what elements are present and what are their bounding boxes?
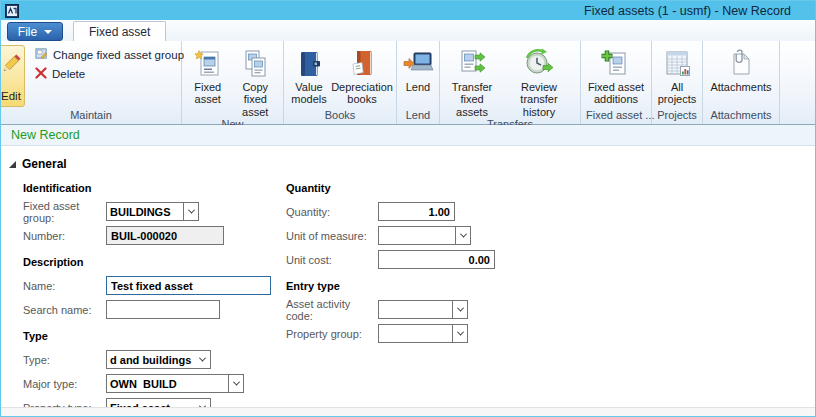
edit-button-label: Edit — [1, 90, 21, 103]
value-models-button[interactable]: Value models — [287, 44, 331, 106]
chevron-down-icon[interactable] — [183, 203, 198, 220]
group-label-maintain: Maintain — [1, 109, 181, 124]
lend-button[interactable]: Lend — [400, 44, 436, 93]
fixed-asset-additions-button[interactable]: Fixed asset additions — [585, 44, 647, 106]
change-group-label: Change fixed asset group — [53, 49, 184, 61]
transfer-fixed-assets-button[interactable]: Transfer fixed assets — [443, 44, 501, 118]
identification-title: Identification — [23, 182, 286, 194]
new-fixed-asset-icon — [192, 46, 224, 81]
file-menu-button[interactable]: File — [7, 22, 63, 41]
ribbon-group-maintain: Edit Change fixed asset group Delete — [1, 41, 182, 124]
chevron-down-icon[interactable] — [452, 325, 467, 342]
chevron-down-icon[interactable] — [195, 351, 210, 368]
section-expand-icon[interactable] — [9, 161, 16, 168]
quantity-group: Quantity Quantity: Unit of measure: Unit — [286, 182, 495, 269]
tab-label: Fixed asset — [89, 25, 150, 39]
quantity-field[interactable] — [378, 202, 455, 221]
field-unit-cost: Unit cost: — [286, 250, 495, 269]
copy-fixed-asset-button[interactable]: Copy fixed asset — [231, 44, 280, 118]
history-clock-icon — [523, 46, 555, 81]
edit-button[interactable]: Edit — [0, 45, 25, 107]
window-title: Fixed assets (1 - usmf) - New Record — [584, 4, 791, 18]
tab-fixed-asset[interactable]: Fixed asset — [73, 21, 166, 41]
laptop-lend-icon — [402, 46, 434, 81]
app-window: Fixed assets (1 - usmf) - New Record Fil… — [0, 0, 816, 417]
review-transfer-history-label: Review transfer history — [503, 81, 575, 118]
change-fixed-asset-group-button[interactable]: Change fixed asset group — [33, 46, 186, 63]
all-projects-button[interactable]: All projects — [655, 44, 699, 106]
ribbon-group-new: Fixed asset Copy fixed asset New — [182, 41, 284, 124]
ribbon-group-transfers: Transfer fixed assets Review transfer hi… — [440, 41, 581, 124]
lend-label: Lend — [406, 81, 430, 93]
review-transfer-history-button[interactable]: Review transfer history — [501, 44, 577, 118]
group-label-lend: Lend — [397, 109, 439, 124]
description-title: Description — [23, 256, 286, 268]
fixed-asset-group-combo[interactable]: BUILDINGS — [106, 202, 199, 221]
ribbon-tab-row: File Fixed asset — [1, 20, 815, 41]
projects-grid-icon — [661, 46, 693, 81]
unit-cost-field[interactable] — [378, 250, 495, 269]
type-group: Type Type: d and buildings Major type: O… — [23, 330, 286, 407]
field-number: Number: — [23, 226, 286, 245]
group-label-fixed-asset: Fixed asset ... — [581, 109, 651, 124]
red-x-delete-icon — [35, 67, 47, 81]
field-property-type: Property type: Fixed asset — [23, 398, 286, 407]
new-fixed-asset-button[interactable]: Fixed asset — [185, 44, 231, 106]
number-field[interactable] — [106, 226, 224, 245]
search-name-field[interactable] — [106, 300, 220, 319]
entry-type-title: Entry type — [286, 280, 495, 292]
asset-activity-code-combo[interactable] — [378, 300, 468, 319]
section-title: General — [22, 157, 67, 171]
chevron-down-icon[interactable] — [228, 375, 243, 392]
field-quantity: Quantity: — [286, 202, 495, 221]
app-window-icon — [5, 4, 19, 18]
attachments-label: Attachments — [710, 81, 771, 93]
ribbon-group-books: Value models Depreciation books Books — [284, 41, 397, 124]
depreciation-books-button[interactable]: Depreciation books — [331, 44, 393, 106]
ribbon-group-attachments: Attachments Attachments — [703, 41, 780, 124]
blue-book-icon — [293, 46, 325, 81]
name-field[interactable] — [106, 276, 271, 295]
change-group-icon — [35, 47, 48, 62]
general-fasttab-header[interactable]: General — [9, 157, 815, 171]
field-unit-of-measure: Unit of measure: — [286, 226, 495, 245]
property-group-combo[interactable] — [378, 324, 468, 343]
record-status-text: New Record — [11, 128, 80, 142]
chevron-down-icon[interactable] — [452, 301, 467, 318]
type-title: Type — [23, 330, 286, 342]
unit-of-measure-combo[interactable] — [378, 226, 471, 245]
file-menu-label: File — [18, 25, 37, 39]
group-label-books: Books — [284, 109, 396, 124]
delete-button[interactable]: Delete — [33, 66, 186, 82]
chevron-down-icon[interactable] — [455, 227, 470, 244]
ribbon: Edit Change fixed asset group Delete — [1, 41, 815, 125]
delete-label: Delete — [52, 68, 85, 80]
title-bar: Fixed assets (1 - usmf) - New Record — [1, 1, 815, 20]
description-group: Description Name: Search name: — [23, 256, 286, 319]
field-name: Name: — [23, 276, 286, 295]
pencil-icon — [0, 51, 24, 83]
attachments-button[interactable]: Attachments — [706, 44, 776, 93]
identification-group: Identification Fixed asset group: BUILDI… — [23, 182, 286, 245]
fixed-asset-additions-label: Fixed asset additions — [587, 81, 645, 106]
field-property-group: Property group: — [286, 324, 495, 343]
orange-book-icon — [346, 46, 378, 81]
paperclip-document-icon — [725, 46, 757, 81]
major-type-combo[interactable]: OWN BUILD — [106, 374, 244, 393]
ribbon-group-projects: All projects Projects — [652, 41, 703, 124]
value-models-label: Value models — [289, 81, 329, 106]
group-label-projects: Projects — [652, 109, 702, 124]
property-type-combo[interactable]: Fixed asset — [106, 398, 211, 407]
field-fixed-asset-group: Fixed asset group: BUILDINGS — [23, 202, 286, 221]
field-type: Type: d and buildings — [23, 350, 286, 369]
chevron-down-icon — [44, 30, 52, 34]
group-label-attachments: Attachments — [703, 109, 779, 124]
entry-type-group: Entry type Asset activity code: Property… — [286, 280, 495, 343]
type-combo[interactable]: d and buildings — [106, 350, 211, 369]
chevron-down-icon[interactable] — [195, 399, 210, 407]
ribbon-group-fixed-asset-additions: Fixed asset additions Fixed asset ... — [581, 41, 652, 124]
ribbon-group-lend: Lend Lend — [397, 41, 440, 124]
new-fixed-asset-label: Fixed asset — [187, 81, 229, 106]
field-search-name: Search name: — [23, 300, 286, 319]
form-content: General Identification Fixed asset group… — [1, 146, 815, 407]
